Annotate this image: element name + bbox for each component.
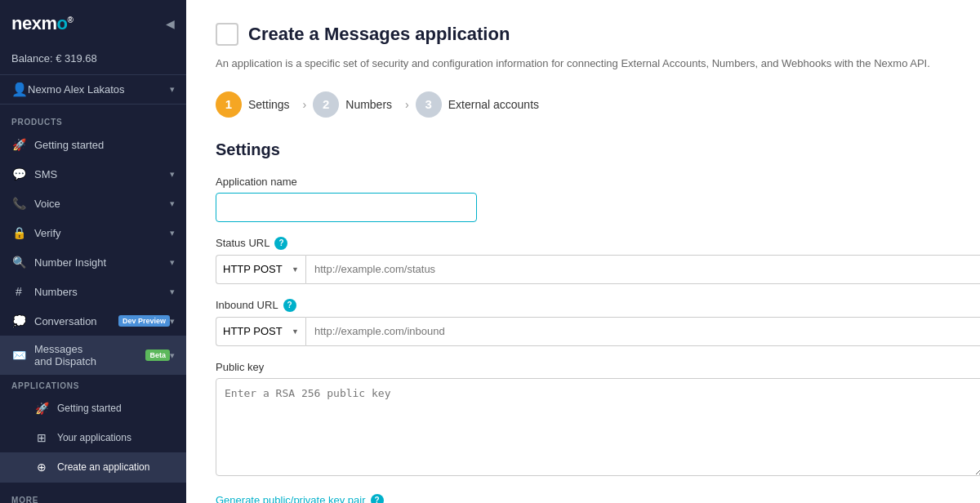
app-name-input[interactable] (216, 193, 477, 222)
page-title-area: Create a Messages application (216, 23, 951, 46)
sidebar-item-number-insight[interactable]: 🔍 Number Insight ▾ (0, 247, 186, 277)
products-label: PRODUCTS (0, 111, 186, 130)
collapse-icon[interactable]: ◀ (166, 17, 175, 30)
status-url-group: Status URL ? HTTP POST HTTP GET (216, 237, 951, 284)
step-chevron-2: › (405, 98, 409, 111)
sidebar-item-getting-started[interactable]: 🚀 Getting started (0, 130, 186, 159)
verify-icon: 🔒 (11, 225, 26, 240)
sidebar-item-label: Getting started (34, 139, 175, 151)
step-2[interactable]: 2 Numbers (313, 91, 399, 118)
sidebar-item-label: Getting started (57, 403, 175, 414)
public-key-textarea[interactable] (216, 378, 980, 476)
step-1[interactable]: 1 Settings (216, 91, 296, 118)
sidebar-item-app-getting-started[interactable]: 🚀 Getting started (0, 394, 186, 423)
nexmo-logo: nexmo® (11, 13, 73, 34)
applications-section-label: APPLICATIONS (0, 375, 186, 394)
chevron-down-icon: ▾ (170, 350, 175, 361)
sidebar-item-create-application[interactable]: ⊕ Create an application (0, 452, 186, 482)
status-url-row: HTTP POST HTTP GET (216, 255, 980, 284)
sidebar-item-label: Number Insight (34, 256, 170, 269)
step-3[interactable]: 3 External accounts (416, 91, 546, 118)
public-key-group: Public key (216, 361, 951, 479)
inbound-method-select[interactable]: HTTP POST HTTP GET (216, 317, 305, 346)
user-chevron-icon: ▾ (170, 84, 175, 95)
rocket-small-icon: 🚀 (34, 401, 49, 416)
sidebar-item-voice[interactable]: 📞 Voice ▾ (0, 189, 186, 218)
page-icon (216, 23, 238, 46)
balance-display: Balance: € 319.68 (0, 47, 186, 74)
inbound-url-label: Inbound URL ? (216, 299, 951, 312)
chevron-down-icon: ▾ (170, 228, 175, 238)
chevron-down-icon: ▾ (170, 287, 175, 297)
step-3-circle: 3 (416, 91, 442, 118)
sidebar-item-label: Numbers (34, 286, 170, 298)
public-key-label: Public key (216, 361, 951, 373)
step-2-circle: 2 (313, 91, 339, 118)
step-1-circle: 1 (216, 91, 242, 118)
voice-icon: 📞 (11, 196, 26, 211)
stepper: 1 Settings › 2 Numbers › 3 External acco… (216, 91, 951, 118)
sidebar-item-label: Create an application (57, 461, 175, 473)
chevron-down-icon: ▾ (170, 169, 175, 180)
user-icon: 👤 (11, 82, 28, 97)
sidebar-item-label: Verify (34, 227, 170, 239)
sidebar-item-sms[interactable]: 💬 SMS ▾ (0, 159, 186, 189)
sidebar-footer: MORE ↩ Sign out (0, 482, 186, 503)
chevron-down-icon: ▾ (170, 316, 175, 327)
user-name: Nexmo Alex Lakatos (28, 83, 170, 96)
inbound-method-wrapper: HTTP POST HTTP GET (216, 317, 305, 346)
create-app-icon: ⊕ (34, 460, 49, 474)
step-3-label: External accounts (448, 98, 539, 111)
inbound-url-group: Inbound URL ? HTTP POST HTTP GET (216, 299, 951, 346)
step-chevron-1: › (303, 98, 307, 111)
app-name-group: Application name (216, 176, 951, 222)
beta-badge: Beta (145, 349, 170, 361)
app-name-label: Application name (216, 176, 951, 188)
step-2-label: Numbers (345, 98, 392, 111)
settings-heading: Settings (216, 140, 951, 159)
page-title: Create a Messages application (248, 24, 510, 45)
sidebar: nexmo® ◀ Balance: € 319.68 👤 Nexmo Alex … (0, 0, 186, 503)
dev-preview-badge: Dev Preview (118, 315, 170, 327)
number-insight-icon: 🔍 (11, 255, 26, 269)
sidebar-item-label: Voice (34, 198, 170, 210)
status-url-help-icon[interactable]: ? (274, 237, 287, 250)
sidebar-item-numbers[interactable]: # Numbers ▾ (0, 277, 186, 306)
rocket-icon: 🚀 (11, 137, 26, 152)
sidebar-item-label: Conversation (34, 315, 114, 327)
sidebar-item-your-applications[interactable]: ⊞ Your applications (0, 423, 186, 452)
page-subtitle: An application is a specific set of secu… (216, 56, 951, 72)
conversation-icon: 💭 (11, 314, 26, 328)
sidebar-item-verify[interactable]: 🔒 Verify ▾ (0, 218, 186, 247)
main-content: Create a Messages application An applica… (186, 0, 980, 503)
sidebar-item-label: Your applications (57, 432, 175, 443)
sms-icon: 💬 (11, 167, 26, 181)
apps-icon: ⊞ (34, 430, 49, 445)
inbound-url-help-icon[interactable]: ? (283, 299, 296, 312)
chevron-down-icon: ▾ (170, 198, 175, 209)
messages-icon: ✉️ (11, 348, 26, 363)
inbound-url-input[interactable] (305, 317, 980, 346)
status-method-select[interactable]: HTTP POST HTTP GET (216, 255, 305, 284)
generate-key-help-icon[interactable]: ? (371, 494, 384, 504)
status-method-wrapper: HTTP POST HTTP GET (216, 255, 305, 284)
step-1-label: Settings (248, 98, 290, 111)
numbers-icon: # (11, 284, 26, 299)
user-menu[interactable]: 👤 Nexmo Alex Lakatos ▾ (0, 74, 186, 105)
sidebar-item-messages-dispatch[interactable]: ✉️ Messagesand Dispatch Beta ▾ (0, 336, 186, 375)
sidebar-item-label: Messagesand Dispatch (34, 343, 140, 367)
sidebar-item-conversation[interactable]: 💭 Conversation Dev Preview ▾ (0, 306, 186, 336)
more-label: MORE (0, 489, 186, 503)
status-url-label: Status URL ? (216, 237, 951, 250)
sidebar-header: nexmo® ◀ (0, 0, 186, 47)
inbound-url-row: HTTP POST HTTP GET (216, 317, 980, 346)
status-url-input[interactable] (305, 255, 980, 284)
sidebar-item-label: SMS (34, 168, 170, 180)
chevron-down-icon: ▾ (170, 257, 175, 268)
generate-key-link[interactable]: Generate public/private key pair ? (216, 494, 951, 504)
